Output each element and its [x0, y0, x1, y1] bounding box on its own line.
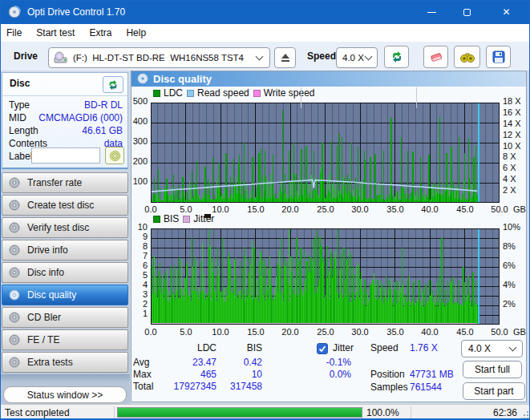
chart1-xtick: 15.0 [242, 204, 269, 214]
sidebar-item-extra-tests[interactable]: Extra tests [2, 352, 128, 373]
legend-swatch [183, 216, 190, 223]
chart1-ytick-left: 100 [120, 176, 148, 186]
sidebar-item-label: FE / TE [27, 334, 59, 345]
sidebar-item-fe-te[interactable]: FE / TE [2, 329, 128, 350]
maximize-button[interactable] [449, 0, 484, 24]
app-window: Opti Drive Control 1.70 ✕ File Start tes… [0, 0, 530, 420]
disc-label-input[interactable] [31, 147, 100, 164]
start-full-button[interactable]: Start full [463, 361, 522, 378]
chart2-ytick-right: 8% [503, 241, 530, 251]
chevron-down-icon [256, 52, 264, 60]
disc-icon [9, 177, 20, 188]
chart2-ytick-right: 10% [503, 222, 530, 232]
eraser-icon [429, 50, 443, 63]
chart1-xtick: 40.0 [416, 204, 443, 214]
status-window-button[interactable]: Status window >> [3, 386, 127, 403]
close-button[interactable]: ✕ [484, 0, 528, 24]
legend-artifact-mark [204, 214, 211, 218]
chart2-xtick: 5.0 [172, 327, 200, 337]
chart1-ytick-right: 14 X [503, 119, 530, 128]
sidebar-item-disc-quality[interactable]: Disc quality [2, 285, 128, 305]
jitter-checkbox[interactable] [317, 343, 328, 354]
disc-icon [9, 289, 20, 301]
field-value: 46.61 GB [82, 125, 123, 136]
disc-refresh-button[interactable] [103, 76, 123, 93]
total-bis-value: 317458 [226, 381, 262, 392]
minimize-button[interactable] [414, 0, 449, 24]
speed-stat-label: Speed [370, 342, 399, 353]
refresh-button[interactable] [384, 46, 409, 68]
total-ldc-value: 17927345 [164, 381, 216, 392]
menu-file[interactable]: File [6, 25, 30, 41]
view-button[interactable] [454, 46, 480, 68]
legend-swatch [253, 90, 261, 97]
toolbar-separator [301, 87, 301, 108]
sidebar-item-transfer-rate[interactable]: Transfer rate [2, 172, 128, 193]
save-button[interactable] [486, 46, 511, 68]
title-bar: Opti Drive Control 1.70 ✕ [0, 0, 530, 24]
chart1-xtick: 10.0 [207, 204, 234, 214]
test-speed-select-value: 4.0 X [468, 343, 491, 354]
toolbar: Drive (F:) HL-DT-ST BD-RE WH16NS58 TST4 … [0, 42, 530, 71]
chart2-xtick: 30.0 [346, 327, 374, 337]
field-value: BD-R DL [84, 99, 123, 111]
disc-field-mid: MID CMCMAGDI6 (000) [2, 112, 127, 123]
avg-row-label: Avg [133, 357, 149, 368]
chart1-xtick: 30.0 [346, 204, 374, 214]
disc-field-type: Type BD-R DL [2, 99, 127, 111]
disc-icon [9, 222, 20, 233]
ldc-column-header: LDC [164, 342, 216, 353]
position-stat-label: Position [370, 369, 405, 380]
drive-label: Drive [14, 50, 38, 62]
chart2-ytick-left: 9 [128, 232, 148, 241]
minimize-icon [427, 12, 436, 13]
sidebar-item-label: Drive info [27, 244, 68, 256]
legend-label: LDC [164, 87, 183, 99]
avg-ldc-value: 23.47 [164, 357, 216, 368]
refresh-icon [390, 50, 403, 63]
field-label: MID [9, 112, 26, 123]
speed-select[interactable]: 4.0 X [336, 47, 378, 68]
menu-start-test[interactable]: Start test [36, 25, 83, 41]
sidebar-nav: Transfer rate Create test disc Verify te… [2, 172, 128, 374]
erase-disc-button[interactable] [423, 46, 448, 68]
legend-swatch [187, 90, 194, 97]
disc-panel-title: Disc [10, 78, 30, 89]
test-speed-select[interactable]: 4.0 X [461, 340, 523, 357]
chart1-ytick-right: 8 X [503, 151, 530, 161]
position-stat-value: 47731 MB [410, 369, 454, 380]
chart2-ytick-left: 8 [128, 241, 148, 251]
chart1-ytick-right: 2 X [503, 185, 530, 195]
divider [411, 406, 411, 419]
sidebar-item-cd-bler[interactable]: CD Bler [2, 307, 128, 328]
sidebar-divider-band [0, 374, 130, 382]
drive-select-value: (F:) HL-DT-ST BD-RE WH16NS58 TST4 [73, 53, 244, 63]
chart1-ytick-left: 200 [120, 156, 148, 166]
chart2-xtick: 40.0 [416, 327, 443, 337]
chart2-ytick-right: 4% [503, 280, 530, 289]
drive-select[interactable]: (F:) HL-DT-ST BD-RE WH16NS58 TST4 [48, 47, 270, 68]
chart1-legend: LDCRead speedWrite speed [153, 87, 315, 99]
sidebar-item-label: Transfer rate [27, 177, 82, 188]
chart2-ytick-left: 10 [128, 222, 148, 232]
chart1-xtick: 35.0 [382, 204, 409, 214]
sidebar-item-verify-test-disc[interactable]: Verify test disc [2, 217, 128, 238]
disc-icon [9, 357, 20, 368]
legend-label: BIS [164, 213, 179, 224]
sidebar-item-drive-info[interactable]: Drive info [2, 240, 128, 260]
chart1-ytick-left: 500 [120, 96, 148, 106]
eject-button[interactable] [274, 47, 296, 68]
status-bar: Test completed 100.0% 62:36 [0, 404, 530, 420]
chart2-xtick: 50.0 [486, 327, 513, 337]
chevron-down-icon [365, 52, 373, 60]
sidebar-item-disc-info[interactable]: Disc info [2, 262, 128, 283]
sidebar-item-create-test-disc[interactable]: Create test disc [2, 195, 128, 216]
start-part-button[interactable]: Start part [463, 382, 525, 400]
menu-help[interactable]: Help [126, 25, 154, 41]
resize-grip[interactable] [521, 411, 528, 418]
bis-column-header: BIS [226, 342, 262, 353]
chart1-ytick-right: 10 X [503, 141, 530, 151]
disc-icon [9, 312, 20, 323]
max-ldc-value: 465 [164, 369, 216, 380]
menu-extra[interactable]: Extra [89, 25, 119, 41]
